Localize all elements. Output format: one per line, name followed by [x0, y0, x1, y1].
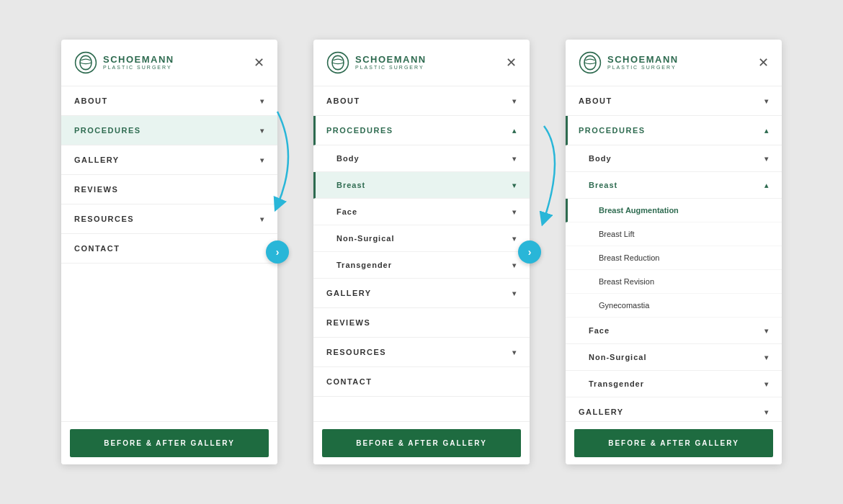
sub-nonsurgical-3[interactable]: Non-Surgical ▾ [566, 344, 782, 371]
menu-procedures-3[interactable]: PROCEDURES ▴ [566, 116, 782, 145]
menu-procedures-label-1: PROCEDURES [74, 126, 141, 135]
sub-breast-revision-label: Breast Revision [599, 277, 654, 286]
panel-2-menu: ABOUT ▾ PROCEDURES ▴ Body ▾ Breast ▾ [313, 86, 530, 421]
sub-breast-label-3: Breast [589, 181, 617, 189]
gallery-button-1[interactable]: BEFORE & AFTER GALLERY [70, 429, 269, 457]
panel-1-menu: ABOUT ▾ PROCEDURES ▾ GALLERY ▾ REVIEWS R… [61, 86, 277, 421]
sub-face-arrow-2: ▾ [512, 208, 517, 216]
menu-gallery-2[interactable]: GALLERY ▾ [313, 279, 530, 308]
panel-2-header: SCHOEMANN PLASTIC SURGERY ✕ [313, 40, 530, 86]
menu-procedures-2[interactable]: PROCEDURES ▴ [313, 116, 530, 145]
menu-about-2[interactable]: ABOUT ▾ [313, 86, 530, 116]
menu-contact-label-1: CONTACT [74, 244, 120, 253]
menu-about-label-3: ABOUT [579, 96, 612, 105]
sub-breast-aug[interactable]: Breast Augmentation [566, 199, 782, 222]
sub-breast-3[interactable]: Breast ▴ [566, 172, 782, 199]
sub-nonsurgical-arrow-2: ▾ [512, 235, 517, 243]
sub-transgender-3[interactable]: Transgender ▾ [566, 371, 782, 397]
logo-text-3: SCHOEMANN PLASTIC SURGERY [607, 55, 679, 71]
arrow-gallery-2: ▾ [512, 289, 517, 297]
logo-icon-3 [579, 51, 602, 74]
logo-name-3: SCHOEMANN [607, 55, 679, 64]
menu-resources-label-2: RESOURCES [326, 348, 386, 356]
sub-face-2[interactable]: Face ▾ [313, 199, 530, 225]
sub-body-2[interactable]: Body ▾ [313, 145, 530, 172]
logo-2: SCHOEMANN PLASTIC SURGERY [326, 51, 427, 74]
gallery-button-2[interactable]: BEFORE & AFTER GALLERY [322, 429, 521, 457]
sub-gynecomastia[interactable]: Gynecomastia [566, 294, 782, 318]
menu-resources-1[interactable]: RESOURCES ▾ [61, 204, 277, 234]
sub-transgender-2[interactable]: Transgender ▾ [313, 252, 530, 279]
menu-about-3[interactable]: ABOUT ▾ [566, 86, 782, 116]
panel-3-menu: ABOUT ▾ PROCEDURES ▴ Body ▾ Breast [566, 86, 782, 421]
arrow-gallery-1: ▾ [260, 156, 265, 164]
menu-reviews-label-2: REVIEWS [326, 318, 370, 327]
menu-procedures-1[interactable]: PROCEDURES ▾ [61, 116, 277, 145]
menu-about-label-2: ABOUT [326, 96, 360, 105]
panel-1-header: SCHOEMANN PLASTIC SURGERY ✕ [61, 40, 277, 86]
arrow-gallery-3: ▾ [764, 408, 770, 416]
procedures-submenu-3: Body ▾ Breast ▴ Breast Augmentation Brea… [566, 145, 782, 397]
menu-about-1[interactable]: ABOUT ▾ [61, 86, 277, 116]
sub-gynecomastia-label: Gynecomastia [599, 301, 649, 310]
sub-transgender-arrow-3: ▾ [764, 380, 769, 388]
panel-3-wrapper: SCHOEMANN PLASTIC SURGERY ✕ ABOUT ▾ PROC… [566, 40, 782, 464]
panel-1-wrapper: SCHOEMANN PLASTIC SURGERY ✕ ABOUT ▾ PROC… [61, 40, 277, 464]
logo-3: SCHOEMANN PLASTIC SURGERY [579, 51, 679, 74]
menu-about-label-1: ABOUT [74, 96, 108, 105]
sub-nonsurgical-2[interactable]: Non-Surgical ▾ [313, 225, 530, 252]
panel-2-footer: BEFORE & AFTER GALLERY [313, 421, 530, 464]
close-button-3[interactable]: ✕ [758, 56, 769, 69]
sub-breast-reduction[interactable]: Breast Reduction [566, 246, 782, 270]
arrow-procedures-1: ▾ [260, 127, 265, 135]
close-button-2[interactable]: ✕ [506, 56, 517, 69]
sub-breast-arrow-2: ▾ [512, 181, 517, 189]
menu-gallery-1[interactable]: GALLERY ▾ [61, 145, 277, 175]
sub-breast-lift-label: Breast Lift [599, 230, 635, 238]
sub-breast-revision[interactable]: Breast Revision [566, 270, 782, 294]
logo-sub-3: PLASTIC SURGERY [607, 64, 679, 71]
sub-face-3[interactable]: Face ▾ [566, 318, 782, 344]
logo-text-2: SCHOEMANN PLASTIC SURGERY [355, 55, 427, 71]
sub-breast-2[interactable]: Breast ▾ [313, 172, 530, 199]
panels-container: SCHOEMANN PLASTIC SURGERY ✕ ABOUT ▾ PROC… [61, 40, 782, 464]
menu-contact-label-2: CONTACT [326, 377, 372, 386]
panel-3: SCHOEMANN PLASTIC SURGERY ✕ ABOUT ▾ PROC… [566, 40, 782, 464]
sub-breast-arrow-3: ▴ [764, 181, 769, 189]
menu-contact-2[interactable]: CONTACT [313, 367, 530, 397]
menu-reviews-1[interactable]: REVIEWS [61, 175, 277, 204]
sub-body-label-2: Body [336, 154, 360, 163]
logo-name-2: SCHOEMANN [355, 55, 427, 64]
arrow-about-2: ▾ [512, 97, 517, 105]
sub-breast-reduction-label: Breast Reduction [599, 253, 659, 262]
close-button-1[interactable]: ✕ [254, 56, 264, 69]
logo-sub-1: PLASTIC SURGERY [103, 64, 174, 71]
sub-face-label-3: Face [589, 326, 610, 335]
gallery-button-3[interactable]: BEFORE & AFTER GALLERY [574, 429, 773, 457]
panel-3-header: SCHOEMANN PLASTIC SURGERY ✕ [566, 40, 782, 86]
panel-3-footer: BEFORE & AFTER GALLERY [566, 421, 782, 464]
menu-reviews-2[interactable]: REVIEWS [313, 308, 530, 338]
menu-gallery-3[interactable]: GALLERY ▾ [566, 397, 782, 421]
menu-contact-1[interactable]: CONTACT [61, 234, 277, 264]
logo-icon-2 [326, 51, 349, 74]
menu-gallery-label-3: GALLERY [579, 408, 624, 416]
arrow-procedures-3: ▴ [764, 127, 770, 135]
arrow-circle-1: › [266, 240, 289, 264]
sub-breast-lift[interactable]: Breast Lift [566, 222, 782, 246]
logo-text-1: SCHOEMANN PLASTIC SURGERY [103, 55, 174, 71]
sub-nonsurgical-arrow-3: ▾ [764, 354, 769, 361]
sub-body-3[interactable]: Body ▾ [566, 145, 782, 172]
sub-breast-aug-label: Breast Augmentation [599, 206, 679, 215]
sub-nonsurgical-label-2: Non-Surgical [336, 234, 394, 243]
sub-breast-label-2: Breast [336, 181, 365, 189]
menu-resources-2[interactable]: RESOURCES ▾ [313, 338, 530, 367]
sub-transgender-label-3: Transgender [589, 379, 644, 388]
sub-face-label-2: Face [336, 207, 357, 216]
logo-sub-2: PLASTIC SURGERY [355, 64, 427, 71]
panel-2: SCHOEMANN PLASTIC SURGERY ✕ ABOUT ▾ PROC… [313, 40, 530, 464]
sub-transgender-arrow-2: ▾ [512, 261, 517, 269]
menu-gallery-label-2: GALLERY [326, 289, 372, 297]
menu-gallery-label-1: GALLERY [74, 156, 120, 164]
sub-transgender-label-2: Transgender [336, 261, 392, 269]
